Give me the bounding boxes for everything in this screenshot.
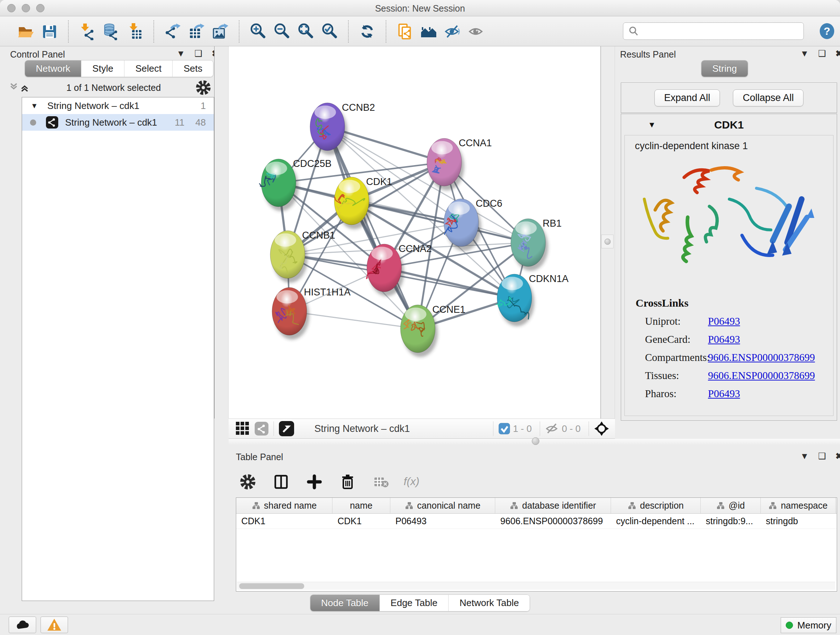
eye-button[interactable]	[464, 19, 488, 43]
open-session-button[interactable]	[14, 19, 38, 43]
network-node[interactable]: CCNA2	[366, 243, 432, 296]
close-panel-icon[interactable]: ✖	[835, 452, 840, 461]
network-node[interactable]: CCNA1	[427, 138, 492, 190]
table-cell[interactable]: cyclin-dependent ...	[611, 514, 701, 529]
network-canvas[interactable]: CCNB2CCNA1CDC25BCDK1CDC6RB1CCNB1CCNA2CDK…	[229, 46, 600, 418]
selected-checkbox-icon[interactable]	[499, 423, 510, 434]
table-cell[interactable]: 9606.ENSP00000378699	[495, 514, 611, 529]
float-panel-icon[interactable]: ❑	[818, 49, 826, 58]
tab-sets[interactable]: Sets	[172, 60, 213, 77]
network-share-icon[interactable]	[255, 422, 268, 435]
gear-button[interactable]	[236, 470, 260, 494]
splitter-handle[interactable]	[532, 437, 539, 445]
horizontal-splitter[interactable]	[229, 439, 840, 445]
zoom-out-button[interactable]	[270, 19, 294, 43]
collapse-panel-icon[interactable]: ▼	[800, 452, 809, 461]
expand-collapse-chevrons[interactable]	[9, 81, 33, 94]
table-cell[interactable]: CDK1	[236, 514, 332, 529]
entry-disclosure-icon[interactable]: ▼	[648, 120, 656, 130]
cloud-button[interactable]	[9, 616, 36, 633]
table-cell[interactable]: stringdb:9...	[701, 514, 761, 529]
close-panel-icon[interactable]: ✖	[835, 49, 840, 58]
tab-node-table[interactable]: Node Table	[310, 595, 379, 611]
search-input[interactable]	[639, 24, 804, 38]
documents-share-button[interactable]	[393, 19, 417, 43]
houses-button[interactable]	[417, 19, 441, 43]
network-node[interactable]: CDKN1A	[496, 273, 569, 326]
column-header-canonical-name[interactable]: canonical name	[390, 498, 495, 513]
column-header-database-identifier[interactable]: database identifier	[495, 498, 611, 513]
column-header-@id[interactable]: @id	[701, 498, 761, 513]
column-header-shared-name[interactable]: shared name	[236, 498, 332, 513]
birds-eye-view-icon[interactable]	[279, 421, 294, 436]
table-cell[interactable]: P06493	[390, 514, 495, 529]
columns-button[interactable]	[269, 470, 293, 494]
network-node[interactable]: CDK1	[334, 176, 392, 229]
save-session-button[interactable]	[38, 19, 62, 43]
network-node[interactable]: CDC25B	[259, 158, 332, 211]
export-image-button[interactable]	[208, 19, 232, 43]
grid-view-icon[interactable]	[236, 422, 249, 435]
hidden-eye-icon[interactable]	[545, 422, 559, 435]
column-header-name[interactable]: name	[332, 498, 390, 513]
tab-edge-table[interactable]: Edge Table	[379, 595, 448, 611]
table-cell[interactable]: stringdb	[761, 514, 836, 529]
scrollbar-thumb[interactable]	[239, 583, 304, 589]
zoom-fit-button[interactable]	[294, 19, 317, 43]
network-node[interactable]: CCNB1	[270, 230, 335, 283]
memory-button[interactable]: Memory	[781, 617, 836, 633]
import-network-file-button[interactable]	[75, 19, 99, 43]
network-options-gear-icon[interactable]	[195, 79, 212, 96]
trash-button[interactable]	[336, 470, 360, 494]
refresh-layout-button[interactable]	[355, 19, 379, 43]
network-node[interactable]: RB1	[511, 218, 562, 271]
help-button[interactable]: ?	[818, 22, 836, 40]
zoom-in-button[interactable]	[246, 19, 270, 43]
network-node[interactable]: HIST1H1A	[272, 287, 351, 340]
table-horizontal-scrollbar[interactable]	[237, 582, 835, 590]
expand-all-button[interactable]: Expand All	[654, 89, 720, 106]
export-table-button[interactable]	[185, 19, 208, 43]
tab-network-table[interactable]: Network Table	[448, 595, 530, 611]
crosslink-link[interactable]: P06493	[708, 388, 740, 400]
column-header-namespace[interactable]: namespace	[761, 498, 836, 513]
collapse-all-button[interactable]: Collapse All	[733, 89, 804, 106]
import-network-database-button[interactable]	[99, 19, 123, 43]
float-panel-icon[interactable]: ❑	[818, 452, 826, 461]
network-row[interactable]: String Network – cdk1 11 48	[22, 114, 214, 131]
crosslink-link[interactable]: 9606.ENSP00000378699	[708, 370, 815, 382]
tab-network[interactable]: Network	[25, 60, 81, 77]
delete-table-button[interactable]	[369, 470, 393, 494]
collection-disclosure-icon[interactable]: ▼	[31, 102, 38, 110]
results-entry-header[interactable]: ▼ CDK1	[621, 116, 837, 134]
import-table-file-button[interactable]	[123, 19, 147, 43]
network-node[interactable]: CCNB2	[310, 102, 375, 155]
collapse-panel-icon[interactable]: ▼	[177, 49, 185, 58]
warnings-button[interactable]	[41, 616, 68, 633]
crosshair-icon[interactable]	[594, 421, 609, 436]
right-splitter[interactable]	[600, 46, 615, 418]
network-node[interactable]: CDC6	[444, 198, 502, 251]
tab-style[interactable]: Style	[81, 60, 124, 77]
crosslink-link[interactable]: P06493	[708, 333, 740, 345]
splitter-handle[interactable]	[601, 234, 614, 249]
table-cell[interactable]: CDK1	[332, 514, 390, 529]
zoom-selected-button[interactable]	[317, 19, 341, 43]
crosslink-link[interactable]: 9606.ENSP00000378699	[708, 352, 815, 363]
network-collection-row[interactable]: ▼ String Network – cdk1 1	[22, 97, 214, 114]
crosslink-label: Pharos:	[636, 388, 708, 400]
crosslink-link[interactable]: P06493	[708, 315, 740, 327]
collapse-panel-icon[interactable]: ▼	[800, 49, 809, 58]
eye-slash-button[interactable]	[441, 19, 464, 43]
column-header-description[interactable]: description	[611, 498, 701, 513]
float-panel-icon[interactable]: ❑	[195, 49, 202, 58]
table-row[interactable]: CDK1CDK1P064939606.ENSP00000378699cyclin…	[236, 514, 837, 529]
add-button[interactable]	[302, 470, 326, 494]
fx-button[interactable]: f(x)	[402, 470, 426, 494]
tab-string[interactable]: String	[701, 60, 748, 77]
network-edge[interactable]	[327, 127, 418, 329]
network-node[interactable]: CCNE1	[401, 304, 466, 357]
left-splitter[interactable]	[214, 46, 229, 418]
export-network-button[interactable]	[161, 19, 185, 43]
tab-select[interactable]: Select	[124, 60, 172, 77]
